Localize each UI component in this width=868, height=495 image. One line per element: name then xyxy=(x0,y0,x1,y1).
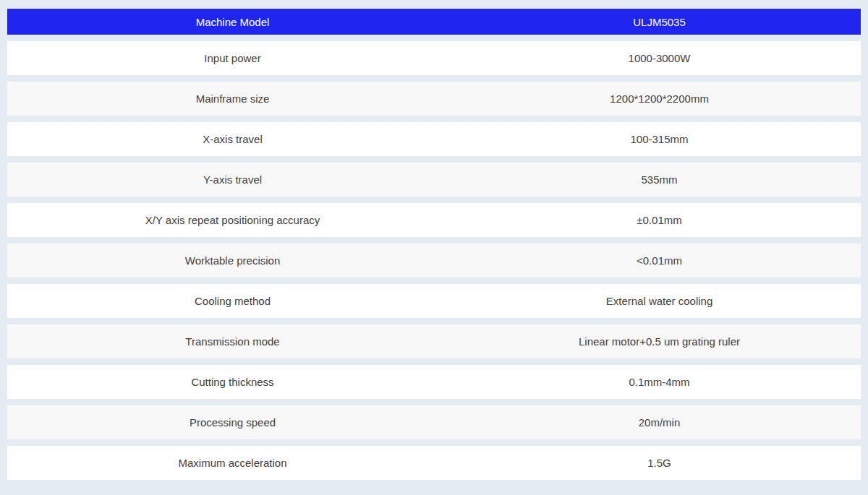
spec-row-cooling-method: Cooling method External water cooling xyxy=(7,284,861,318)
spec-value-cell: Linear motor+0.5 um grating ruler xyxy=(458,335,861,348)
spec-label-cell: X-axis travel xyxy=(7,133,458,145)
spec-label-cell: Cooling method xyxy=(7,295,458,307)
spec-row-maximum-acceleration: Maximum acceleration 1.5G xyxy=(7,446,861,480)
spec-row-repeat-positioning-accuracy: X/Y axis repeat positioning accuracy ±0.… xyxy=(7,203,861,237)
spec-value-cell: 1000-3000W xyxy=(458,52,861,64)
spec-value-cell: 1.5G xyxy=(458,457,861,469)
machine-spec-table: Machine Model ULJM5035 Input power 1000-… xyxy=(7,0,861,480)
spec-label-cell: Worktable precision xyxy=(7,254,458,267)
spec-label-cell: Maximum acceleration xyxy=(7,457,458,469)
spec-value-cell: 20m/min xyxy=(458,416,861,429)
spec-label-cell: Y-axis travel xyxy=(7,173,458,186)
header-machine-model-cell: Machine Model xyxy=(7,16,458,28)
spec-row-worktable-precision: Worktable precision <0.01mm xyxy=(7,244,861,277)
spec-label-cell: X/Y axis repeat positioning accuracy xyxy=(7,214,458,226)
spec-row-x-axis-travel: X-axis travel 100-315mm xyxy=(7,122,861,156)
spec-value-cell: 535mm xyxy=(458,173,861,186)
spec-label-cell: Transmission mode xyxy=(7,335,458,348)
spec-row-processing-speed: Processing speed 20m/min xyxy=(7,405,861,439)
spec-value-cell: 100-315mm xyxy=(458,133,861,145)
spec-label-cell: Input power xyxy=(7,52,458,64)
spec-row-y-axis-travel: Y-axis travel 535mm xyxy=(7,163,861,197)
spec-row-transmission-mode: Transmission mode Linear motor+0.5 um gr… xyxy=(7,324,861,358)
spec-value-cell: ±0.01mm xyxy=(458,214,861,226)
spec-value-cell: External water cooling xyxy=(458,295,861,307)
spec-label-cell: Mainframe size xyxy=(7,92,458,105)
spec-row-mainframe-size: Mainframe size 1200*1200*2200mm xyxy=(7,82,861,116)
spec-row-cutting-thickness: Cutting thickness 0.1mm-4mm xyxy=(7,365,861,399)
spec-value-cell: <0.01mm xyxy=(458,254,861,267)
spec-label-cell: Cutting thickness xyxy=(7,376,458,388)
table-header-row: Machine Model ULJM5035 xyxy=(7,9,861,35)
spec-value-cell: 1200*1200*2200mm xyxy=(458,92,861,105)
spec-row-input-power: Input power 1000-3000W xyxy=(7,41,861,75)
spec-label-cell: Processing speed xyxy=(7,416,458,429)
spec-value-cell: 0.1mm-4mm xyxy=(458,376,861,388)
header-model-number-cell: ULJM5035 xyxy=(458,16,861,28)
